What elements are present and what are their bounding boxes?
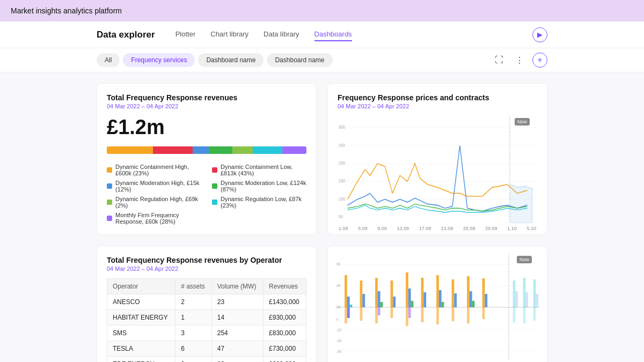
now-badge-top: Now <box>515 118 530 125</box>
prices-title: Frequency Response prices and contracts <box>338 93 537 102</box>
legend-label-6: Dynamic Regulation Low, £87k (23%) <box>221 196 306 209</box>
svg-rect-44 <box>408 307 411 318</box>
svg-rect-32 <box>375 278 378 307</box>
app-title: Market insights analytics platform <box>11 6 122 15</box>
svg-rect-40 <box>406 272 408 307</box>
svg-text:300: 300 <box>339 125 346 130</box>
x-axis-top: 1.095.099.0913.0917.0921.0925.0929.091.1… <box>338 226 537 231</box>
revenues-title: Total Frequency Response revenues <box>107 93 306 102</box>
svg-rect-43 <box>406 307 408 326</box>
bar-seg-5 <box>232 146 252 154</box>
legend-item-4: Dynamic Moderation Low, £124k (87%) <box>212 180 306 193</box>
col-header-assets: # assets <box>175 279 212 294</box>
svg-rect-47 <box>421 307 424 322</box>
nav-item-plotter[interactable]: Plotter <box>175 28 196 41</box>
legend-dot-3 <box>107 183 112 189</box>
svg-rect-58 <box>467 307 470 323</box>
table-row: EDF ENERGY262£630,000 <box>107 357 306 363</box>
svg-rect-45 <box>421 278 424 307</box>
panel-revenues: Total Frequency Response revenues 04 Mar… <box>97 83 317 235</box>
expand-icon[interactable]: ⛶ <box>492 53 507 68</box>
tab-dashboard-name-1[interactable]: Dashboard name <box>198 53 264 67</box>
legend-dot-4 <box>212 183 217 189</box>
svg-rect-39 <box>391 307 393 318</box>
legend-label-2: Dynamic Containment Low, £813k (43%) <box>221 164 306 176</box>
svg-rect-71 <box>533 307 536 321</box>
svg-rect-31 <box>360 307 363 321</box>
svg-rect-55 <box>467 276 470 307</box>
svg-rect-57 <box>472 301 475 307</box>
legend-item-1: Dynamic Containment High, £600k (23%) <box>107 164 201 176</box>
legend-label-4: Dynamic Moderation Low, £124k (87%) <box>221 180 306 193</box>
svg-text:0: 0 <box>336 317 339 321</box>
svg-text:-20: -20 <box>336 328 342 332</box>
svg-text:50: 50 <box>339 215 343 220</box>
svg-text:20: 20 <box>336 305 341 309</box>
legend-label-1: Dynamic Containment High, £600k (23%) <box>115 164 201 176</box>
nav-item-data-library[interactable]: Data library <box>264 28 299 41</box>
tab-all[interactable]: All <box>97 53 120 67</box>
table-row: TESLA647£730,000 <box>107 341 306 357</box>
tab-dashboard-name-2[interactable]: Dashboard name <box>267 53 332 67</box>
svg-rect-64 <box>515 291 518 307</box>
bar-seg-4 <box>209 146 233 154</box>
content-area: Total Frequency Response revenues 04 Mar… <box>0 72 644 362</box>
legend-item-2: Dynamic Containment Low, £813k (43%) <box>212 164 306 176</box>
legend-item-6: Dynamic Regulation Low, £87k (23%) <box>212 196 306 209</box>
svg-rect-49 <box>439 290 442 307</box>
svg-rect-38 <box>393 297 396 307</box>
bar-seg-2 <box>153 146 193 154</box>
more-icon[interactable]: ⋮ <box>512 53 527 68</box>
nav-item-dashboards[interactable]: Dashboards <box>314 28 352 41</box>
svg-rect-26 <box>350 305 353 307</box>
legend-dot-5 <box>107 200 112 205</box>
explorer-title: Data explorer <box>97 29 155 40</box>
legend-dot-6 <box>212 200 217 205</box>
svg-rect-70 <box>536 294 538 307</box>
svg-rect-56 <box>470 291 472 307</box>
svg-text:200: 200 <box>339 161 346 166</box>
svg-rect-53 <box>454 293 457 307</box>
legend-label-7: Monthly Firm Frequency Response, £60k (2… <box>115 212 201 225</box>
revenues-number: £1.2m <box>107 116 306 139</box>
svg-rect-37 <box>391 280 393 307</box>
svg-rect-66 <box>523 278 526 307</box>
tab-frequency-services[interactable]: Frequency services <box>123 53 195 67</box>
svg-rect-33 <box>378 291 380 307</box>
svg-rect-63 <box>513 280 516 307</box>
tab-actions: ⛶ ⋮ + <box>492 53 547 68</box>
bar-chart-area: Now 60 40 20 0 -20 -40 -60 <box>335 254 539 361</box>
legend-label-3: Dynamic Moderation High, £15k (12%) <box>115 180 201 193</box>
table-row: ANESCO223£1430,000 <box>107 294 306 310</box>
col-header-volume: Volume (MW) <box>211 279 263 294</box>
legend-dot-7 <box>107 216 112 221</box>
svg-rect-35 <box>375 307 378 323</box>
revenues-legend: Dynamic Containment High, £600k (23%) Dy… <box>107 164 306 225</box>
svg-text:100: 100 <box>339 196 346 202</box>
add-icon[interactable]: + <box>532 53 547 68</box>
prices-subtitle: 04 Mar 2022 – 04 Apr 2022 <box>338 103 537 109</box>
svg-rect-65 <box>513 307 516 322</box>
svg-rect-28 <box>347 307 350 318</box>
legend-item-5: Dynamic Regulation High, £69k (2%) <box>107 196 201 209</box>
tab-bar: All Frequency services Dashboard name Da… <box>0 48 644 72</box>
svg-rect-50 <box>442 302 444 307</box>
nav-item-chart-library[interactable]: Chart library <box>210 28 248 41</box>
operator-subtitle: 04 Mar 2022 – 04 Apr 2022 <box>107 265 306 272</box>
svg-text:-40: -40 <box>336 339 342 343</box>
stacked-bar <box>107 146 306 154</box>
svg-rect-59 <box>482 278 485 307</box>
legend-item-7: Monthly Firm Frequency Response, £60k (2… <box>107 212 201 225</box>
legend-dot-1 <box>107 167 112 173</box>
play-button[interactable]: ▶ <box>532 27 547 42</box>
bar-chart-svg: 60 40 20 0 -20 -40 -60 <box>335 254 539 361</box>
operator-title: Total Frequency Response revenues by Ope… <box>107 256 306 264</box>
svg-rect-27 <box>345 307 347 323</box>
line-chart-svg: 300 250 200 150 100 50 <box>338 116 537 223</box>
legend-label-5: Dynamic Regulation High, £69k (2%) <box>115 196 201 209</box>
table-row: SMS3254£830,000 <box>107 326 306 341</box>
panel-prices: Frequency Response prices and contracts … <box>327 83 547 235</box>
revenues-subtitle: 04 Mar 2022 – 04 Apr 2022 <box>107 103 306 109</box>
col-header-operator: Operator <box>107 279 175 294</box>
svg-rect-52 <box>452 279 455 307</box>
